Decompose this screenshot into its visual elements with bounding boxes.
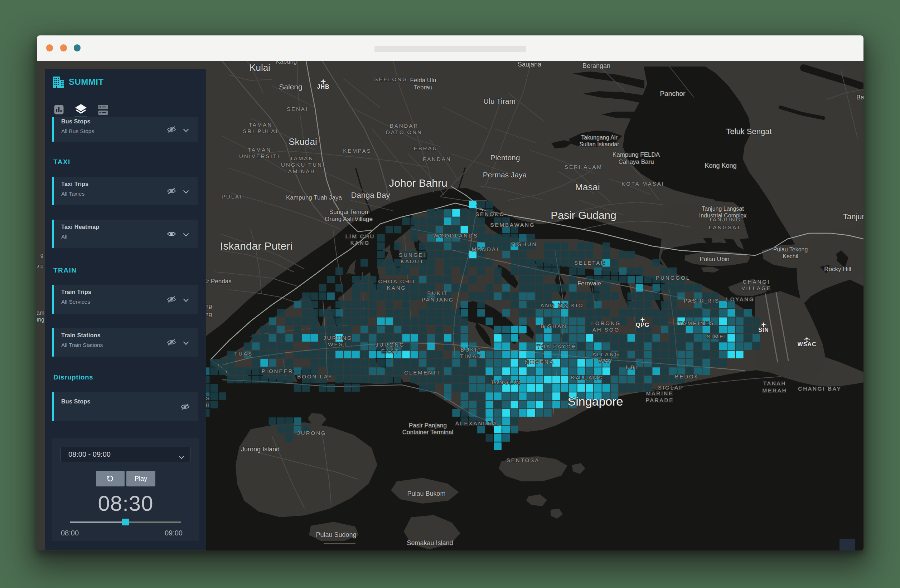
svg-text:SENAI: SENAI (287, 106, 308, 112)
svg-text:Kong Kong: Kong Kong (704, 162, 736, 169)
svg-text:Panchor: Panchor (660, 90, 686, 97)
svg-text:Berangan: Berangan (582, 62, 610, 70)
svg-text:LORONG: LORONG (591, 320, 621, 326)
svg-text:TAMAN: TAMAN (249, 122, 272, 128)
svg-text:TANGLIN: TANGLIN (491, 379, 521, 385)
svg-text:KEMPAS: KEMPAS (343, 148, 371, 154)
svg-text:Pulau Bukom: Pulau Bukom (407, 490, 445, 497)
svg-text:PUNGGOL: PUNGGOL (656, 275, 690, 281)
svg-text:JURONG: JURONG (376, 342, 405, 348)
svg-text:SENOKO: SENOKO (475, 211, 505, 217)
svg-text:SERI ALAM: SERI ALAM (565, 164, 602, 170)
svg-text:TAMPINES: TAMPINES (679, 320, 715, 326)
svg-text:KOTA MASAI: KOTA MASAI (621, 181, 664, 187)
svg-text:Kr Pendas: Kr Pendas (203, 278, 231, 285)
svg-text:Ba: Ba (857, 94, 863, 101)
svg-text:MANDAI: MANDAI (472, 246, 499, 252)
svg-text:Singapore: Singapore (568, 395, 623, 408)
svg-text:TANAH: TANAH (763, 380, 787, 386)
svg-text:Teluk Sengat: Teluk Sengat (726, 127, 771, 136)
svg-text:Orang Asli Village: Orang Asli Village (325, 216, 373, 223)
svg-text:BANDAR: BANDAR (390, 123, 419, 129)
svg-text:Ulu Tiram: Ulu Tiram (483, 97, 515, 105)
svg-text:PULAI: PULAI (222, 193, 242, 200)
svg-text:YISHUN: YISHUN (511, 241, 537, 247)
svg-text:Tanjun: Tanjun (843, 212, 863, 221)
svg-text:Sultan Iskandar: Sultan Iskandar (579, 141, 619, 147)
svg-text:SEELONG: SEELONG (374, 76, 408, 82)
svg-text:BOON LAY: BOON LAY (297, 373, 333, 379)
svg-text:SENTOSA: SENTOSA (507, 457, 540, 463)
svg-text:PARADE: PARADE (646, 397, 674, 403)
svg-text:Tanjung Langsat: Tanjung Langsat (702, 206, 744, 212)
svg-text:Kechil: Kechil (782, 253, 798, 259)
svg-text:PANDAN: PANDAN (423, 156, 451, 162)
svg-text:Kampung Tuah Jaya: Kampung Tuah Jaya (286, 194, 342, 201)
svg-text:AMINAH: AMINAH (288, 168, 315, 174)
svg-text:Skudai: Skudai (289, 136, 317, 147)
svg-text:Jurong Island: Jurong Island (241, 446, 279, 453)
svg-text:Kabung: Kabung (276, 61, 297, 65)
svg-text:DATO ONN: DATO ONN (386, 129, 422, 135)
svg-text:TEBRAU: TEBRAU (410, 145, 438, 151)
svg-text:CHANGI BAY: CHANGI BAY (798, 385, 841, 391)
svg-text:EAST: EAST (381, 348, 399, 354)
svg-text:Sungai Temon: Sungai Temon (329, 209, 368, 215)
svg-text:PIONEER: PIONEER (262, 368, 293, 374)
svg-text:LANGSAT: LANGSAT (709, 224, 741, 231)
svg-text:BEDOK: BEDOK (675, 373, 699, 379)
svg-text:Felda Ulu: Felda Ulu (410, 77, 436, 84)
svg-text:TANJUNG: TANJUNG (709, 217, 742, 223)
svg-text:Container Terminal: Container Terminal (402, 429, 453, 436)
svg-text:WSAC: WSAC (798, 341, 816, 347)
svg-text:KANG: KANG (351, 240, 370, 246)
svg-text:JURONG: JURONG (323, 335, 352, 341)
svg-text:SELETAR: SELETAR (574, 260, 606, 266)
svg-text:UBI: UBI (626, 364, 638, 370)
svg-text:VILLAGE: VILLAGE (742, 285, 771, 291)
svg-text:KANG: KANG (387, 285, 407, 291)
svg-text:SRI PULAI: SRI PULAI (243, 128, 279, 134)
svg-text:SEMBAWANG: SEMBAWANG (490, 222, 535, 228)
svg-text:ALEXANDRA: ALEXANDRA (455, 420, 498, 426)
svg-text:JURONG: JURONG (297, 430, 326, 436)
svg-text:Pulau Ubin: Pulau Ubin (700, 256, 729, 263)
svg-text:CLEMENTI: CLEMENTI (404, 370, 440, 376)
svg-text:Pulau Tekong: Pulau Tekong (773, 246, 808, 252)
svg-text:g: g (40, 252, 44, 258)
svg-text:CHOA CHU: CHOA CHU (378, 278, 415, 284)
svg-text:Pasir Gudang: Pasir Gudang (551, 209, 616, 221)
svg-text:MERAH: MERAH (762, 387, 787, 393)
svg-text:Semakau Island: Semakau Island (407, 539, 453, 546)
svg-text:LIM CHU: LIM CHU (346, 233, 375, 239)
svg-text:BUKIT: BUKIT (460, 347, 481, 353)
svg-text:LOYANG: LOYANG (726, 296, 754, 302)
svg-text:UNIVERSITI: UNIVERSITI (239, 153, 280, 159)
svg-text:WOODLANDS: WOODLANDS (433, 232, 478, 238)
svg-text:ALLANG: ALLANG (592, 351, 620, 357)
svg-text:Iskandar Puteri: Iskandar Puteri (220, 240, 292, 252)
svg-text:KADUT: KADUT (400, 258, 424, 264)
svg-text:TAMAN: TAMAN (248, 147, 272, 153)
svg-text:SIGLAP: SIGLAP (658, 384, 684, 391)
svg-text:CHANGI: CHANGI (743, 279, 770, 285)
svg-text:Saleng: Saleng (279, 83, 302, 91)
svg-text:PASIR RIS: PASIR RIS (684, 297, 720, 304)
svg-text:UNGKU TUN: UNGKU TUN (281, 162, 323, 168)
svg-text:KALLANG: KALLANG (571, 374, 603, 381)
svg-text:QPG: QPG (636, 322, 650, 328)
svg-text:TUAS: TUAS (234, 351, 253, 357)
svg-text:Permas Jaya: Permas Jaya (483, 170, 527, 179)
svg-text:Johor Bahru: Johor Bahru (389, 177, 447, 189)
svg-text:Cahaya Baru: Cahaya Baru (618, 158, 654, 165)
svg-text:NOVENA: NOVENA (525, 359, 554, 365)
svg-text:Tebrau: Tebrau (414, 84, 433, 91)
svg-text:sap: sap (37, 263, 44, 269)
svg-text:Danga Bay: Danga Bay (351, 190, 390, 200)
svg-text:MARINE: MARINE (646, 390, 673, 396)
svg-text:Masai: Masai (575, 182, 600, 192)
svg-text:Takungang Air: Takungang Air (581, 135, 618, 141)
svg-text:Pasir Panjang: Pasir Panjang (409, 422, 447, 429)
svg-text:Fernvale: Fernvale (577, 280, 601, 287)
svg-text:BISHAN: BISHAN (541, 323, 567, 329)
